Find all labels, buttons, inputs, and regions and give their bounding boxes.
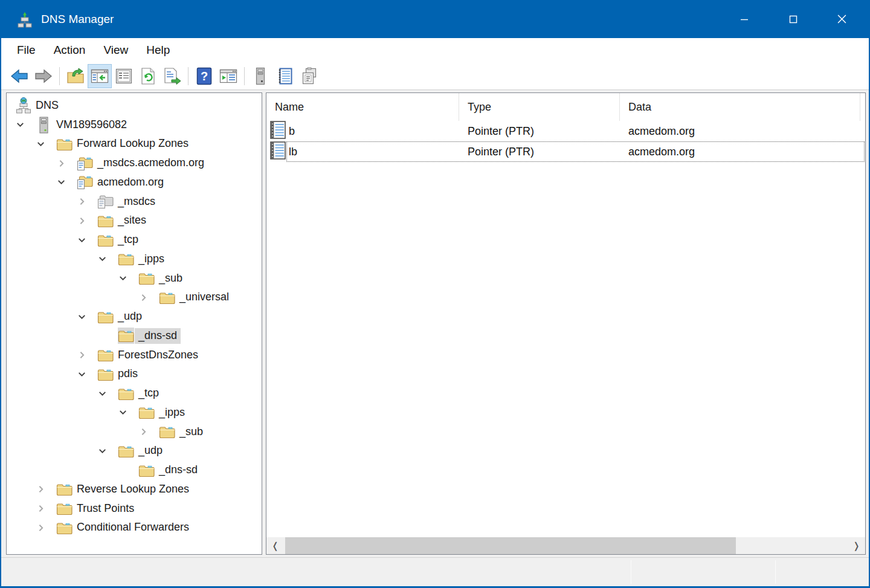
chevron-right-icon[interactable]: [36, 519, 56, 538]
tree-item-udp[interactable]: _udp: [7, 442, 262, 461]
chevron-down-icon[interactable]: [77, 230, 97, 250]
tree-item-conditional-forwarders[interactable]: Conditional Forwarders: [7, 519, 262, 538]
folder-icon: [97, 232, 114, 248]
titlebar: DNS Manager: [0, 0, 870, 38]
client-area: DNSVM189596082Forward Lookup Zones_msdcs…: [1, 90, 869, 557]
chevron-down-icon[interactable]: [77, 365, 97, 384]
up-one-level-button[interactable]: [63, 64, 88, 88]
chevron-down-icon[interactable]: [77, 307, 97, 326]
column-header-data[interactable]: Data: [620, 93, 860, 121]
menu-action[interactable]: Action: [45, 38, 95, 62]
chevron-down-icon[interactable]: [15, 115, 36, 135]
chevron-right-icon[interactable]: [56, 153, 77, 173]
tree-item-label: _ipps: [155, 405, 188, 421]
chevron-right-icon[interactable]: [36, 499, 56, 519]
column-header-type[interactable]: Type: [459, 93, 620, 121]
minimize-button[interactable]: [720, 0, 768, 38]
maximize-button[interactable]: [768, 0, 817, 38]
back-button[interactable]: [7, 64, 31, 88]
tree-item-universal[interactable]: _universal: [7, 288, 262, 308]
documents-icon: [300, 67, 318, 85]
scrollbar-thumb[interactable]: [285, 537, 736, 554]
tree-item-dns-sd[interactable]: _dns-sd: [7, 460, 262, 480]
dns-manager-window: DNS Manager FileActionViewHelp ? DNSVM18…: [0, 0, 870, 588]
menu-file[interactable]: File: [8, 38, 45, 62]
record-icon: [270, 141, 286, 162]
chevron-down-icon[interactable]: [36, 135, 56, 154]
tree-item-sub[interactable]: _sub: [7, 269, 262, 288]
refresh-button[interactable]: [136, 64, 160, 88]
tree-item-label: _msdcs: [114, 194, 159, 210]
copy-documents-button[interactable]: [297, 64, 321, 88]
list-header: NameTypeData: [266, 93, 865, 121]
column-header-name[interactable]: Name: [266, 93, 459, 121]
horizontal-scrollbar[interactable]: ❬ ❭: [266, 537, 865, 554]
tree-item-reverse-lookup-zones[interactable]: Reverse Lookup Zones: [7, 480, 262, 499]
tree-item-ipps[interactable]: _ipps: [7, 250, 262, 269]
properties-button[interactable]: [112, 64, 136, 88]
export-list-icon: [163, 67, 181, 85]
new-window-button[interactable]: [216, 64, 240, 88]
arrow-left-icon: [10, 68, 29, 85]
tree-item-sub[interactable]: _sub: [7, 422, 262, 442]
chevron-right-icon[interactable]: [138, 288, 159, 308]
tree-item-trust-points[interactable]: Trust Points: [7, 499, 262, 519]
server-tool-button[interactable]: [248, 64, 272, 88]
tree-item-ipps[interactable]: _ipps: [7, 403, 262, 422]
scroll-right-arrow-icon[interactable]: ❭: [848, 537, 865, 554]
help-button[interactable]: ?: [192, 64, 216, 88]
chevron-down-icon[interactable]: [97, 384, 118, 403]
folder-icon: [118, 386, 134, 402]
chevron-down-icon[interactable]: [56, 173, 77, 192]
tree-item-dns-sd[interactable]: _dns-sd: [7, 326, 262, 346]
chevron-down-icon[interactable]: [97, 442, 118, 461]
tree-item-label: _dns-sd: [135, 328, 181, 344]
tree-item-label: _sites: [114, 213, 150, 228]
tree-item-sites[interactable]: _sites: [7, 212, 262, 231]
record-row-lb[interactable]: lbPointer (PTR)acmedom.org: [266, 141, 865, 162]
toolbar: ?: [1, 62, 869, 90]
tree-item-label: _tcp: [135, 386, 163, 401]
record-list-button[interactable]: [272, 64, 297, 88]
menu-help[interactable]: Help: [137, 38, 179, 62]
record-row-b[interactable]: bPointer (PTR)acmedom.org: [266, 121, 865, 141]
tree-item-udp[interactable]: _udp: [7, 307, 262, 326]
tree-item-forward-lookup-zones[interactable]: Forward Lookup Zones: [7, 135, 262, 154]
record-type-cell: Pointer (PTR): [459, 141, 620, 162]
chevron-down-icon[interactable]: [97, 250, 118, 269]
tree-item-acmedom-org[interactable]: acmedom.org: [7, 173, 262, 192]
scroll-left-arrow-icon[interactable]: ❬: [266, 537, 284, 554]
export-list-button[interactable]: [160, 64, 184, 88]
show-hide-console-tree-button[interactable]: [88, 64, 112, 88]
menu-view[interactable]: View: [94, 38, 137, 62]
close-button[interactable]: [817, 0, 866, 38]
chevron-right-icon[interactable]: [36, 480, 56, 499]
tree-item-forestdnszones[interactable]: ForestDnsZones: [7, 346, 262, 365]
chevron-right-icon[interactable]: [138, 422, 159, 442]
tree-item-tcp[interactable]: _tcp: [7, 384, 262, 403]
chevron-down-icon[interactable]: [118, 269, 138, 288]
tree-item-msdcs-acmedom-org[interactable]: _msdcs.acmedom.org: [7, 153, 262, 173]
arrow-right-icon: [34, 68, 53, 85]
tree-item-dns[interactable]: DNS: [7, 96, 262, 115]
tree-item-vm189596082[interactable]: VM189596082: [7, 115, 262, 135]
expander-slot: [118, 460, 138, 480]
scrollbar-track[interactable]: [284, 537, 848, 554]
svg-text:?: ?: [201, 69, 208, 83]
chevron-right-icon[interactable]: [77, 192, 97, 212]
statusbar: [1, 557, 869, 586]
refresh-icon: [140, 67, 156, 85]
tree-item-pdis[interactable]: pdis: [7, 365, 262, 384]
tree-item-label: Conditional Forwarders: [73, 520, 193, 535]
chevron-down-icon[interactable]: [118, 403, 138, 422]
chevron-right-icon[interactable]: [77, 346, 97, 365]
chevron-right-icon[interactable]: [77, 212, 97, 231]
tree-item-label: _tcp: [114, 232, 142, 248]
toolbar-separator: [244, 67, 245, 85]
forward-button[interactable]: [31, 64, 56, 88]
toolbar-separator: [188, 67, 188, 85]
tree-item-tcp[interactable]: _tcp: [7, 230, 262, 250]
folder-icon: [56, 136, 72, 152]
tree-item-label: pdis: [114, 366, 141, 382]
tree-item-msdcs[interactable]: _msdcs: [7, 192, 262, 212]
